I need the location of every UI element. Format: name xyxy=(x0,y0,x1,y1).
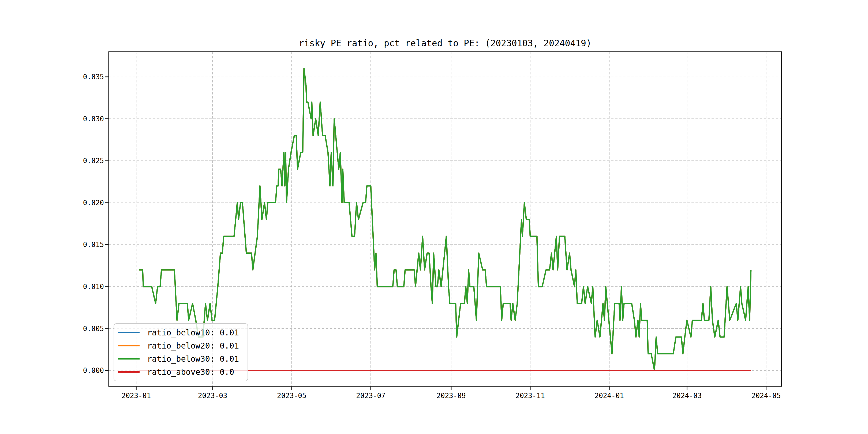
legend-swatch-ratio_below20 xyxy=(118,345,140,346)
y-tick-label: 0.020 xyxy=(83,199,104,207)
y-tick-label: 0.010 xyxy=(83,283,104,291)
legend-label-ratio_below20: ratio_below20: 0.01 xyxy=(147,341,239,350)
x-tick-label: 2023-05 xyxy=(277,392,307,400)
legend-swatch-ratio_below30 xyxy=(118,358,140,360)
legend-swatch-ratio_above30 xyxy=(118,371,140,373)
y-tick-label: 0.000 xyxy=(83,367,104,374)
legend-item-ratio_below10: ratio_below10: 0.01 xyxy=(118,328,245,337)
legend-label-ratio_below10: ratio_below10: 0.01 xyxy=(147,328,239,337)
legend-label-ratio_above30: ratio_above30: 0.0 xyxy=(147,367,234,377)
legend-label-ratio_below30: ratio_below30: 0.01 xyxy=(147,354,239,364)
x-tick-label: 2023-09 xyxy=(436,392,466,400)
y-tick-label: 0.030 xyxy=(83,115,104,123)
x-tick-label: 2023-03 xyxy=(198,392,227,400)
legend-item-ratio_below20: ratio_below20: 0.01 xyxy=(118,341,245,350)
x-tick-label: 2023-07 xyxy=(356,392,385,400)
legend-item-ratio_below30: ratio_below30: 0.01 xyxy=(118,354,245,364)
x-tick-label: 2024-03 xyxy=(673,392,702,400)
x-tick-label: 2024-05 xyxy=(751,392,781,400)
legend: ratio_below10: 0.01ratio_below20: 0.01ra… xyxy=(114,323,248,381)
y-tick-label: 0.035 xyxy=(83,73,104,81)
x-tick-label: 2023-01 xyxy=(122,392,151,400)
legend-swatch-ratio_below10 xyxy=(118,332,140,333)
y-tick-label: 0.015 xyxy=(83,241,104,249)
y-tick-label: 0.025 xyxy=(83,157,104,165)
x-tick-label: 2023-11 xyxy=(516,392,545,400)
y-tick-label: 0.005 xyxy=(83,325,104,333)
figure: risky PE ratio, pct related to PE: (2023… xyxy=(0,0,868,434)
legend-item-ratio_above30: ratio_above30: 0.0 xyxy=(118,367,245,377)
x-tick-label: 2024-01 xyxy=(594,392,624,400)
